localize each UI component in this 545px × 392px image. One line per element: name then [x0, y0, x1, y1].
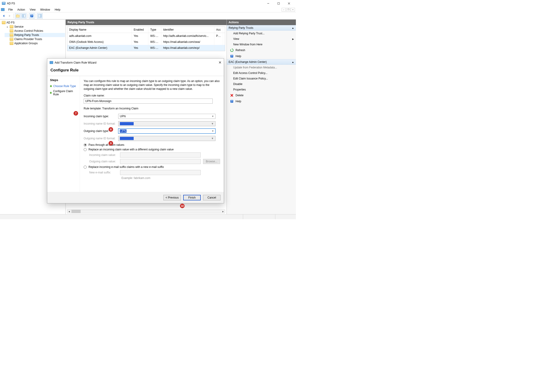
maximize-button[interactable]	[273, 0, 284, 7]
help-toolbar-button[interactable]: ?	[29, 13, 35, 19]
action-disable[interactable]: Disable	[227, 81, 296, 87]
label-new-suffix: New e-mail suffix:	[89, 171, 118, 174]
menu-view[interactable]: View	[27, 7, 38, 12]
scroll-left-arrow[interactable]: ◂	[67, 210, 71, 213]
menu-window[interactable]: Window	[38, 7, 53, 12]
expand-caret-icon[interactable]: ▸	[6, 25, 9, 28]
action-delete[interactable]: Delete	[227, 92, 296, 98]
col-enabled[interactable]: Enabled	[132, 27, 149, 33]
wizard-intro-text: You can configure this rule to map an in…	[84, 79, 220, 91]
radio-icon	[84, 165, 87, 169]
menu-action[interactable]: Action	[15, 7, 27, 12]
incoming-claim-value-input	[120, 153, 201, 158]
wizard-close-button[interactable]: ✕	[218, 60, 222, 65]
wizard-form: You can configure this rule to map an in…	[80, 76, 224, 192]
action-view[interactable]: View▶	[227, 36, 296, 42]
actions-section-eac[interactable]: EAC (Exchange Admin Center) ▲	[227, 59, 296, 65]
radio-replace-suffix[interactable]: Replace incoming e-mail suffix claims wi…	[84, 165, 220, 169]
browse-button: Browse...	[203, 159, 220, 164]
outgoing-claim-value-input	[120, 159, 201, 164]
cancel-button[interactable]: Cancel	[203, 195, 221, 200]
finish-button[interactable]: Finish	[183, 195, 201, 200]
wizard-titlebar[interactable]: Add Transform Claim Rule Wizard ✕	[47, 59, 224, 67]
tree-label: Claims Provider Trusts	[14, 37, 42, 41]
step-choose-rule-type[interactable]: Choose Rule Type	[50, 84, 77, 89]
outgoing-claim-type-dropdown[interactable]: UPN ▼	[118, 129, 216, 134]
tree-acp[interactable]: Access Control Policies	[5, 29, 65, 33]
action-edit-cip[interactable]: Edit Claim Issuance Policy...	[227, 76, 296, 81]
svg-rect-8	[16, 15, 19, 17]
tree-rpt[interactable]: Relying Party Trusts	[5, 33, 65, 37]
col-type[interactable]: Type	[149, 27, 161, 33]
annotation-badge-7: 7	[74, 111, 78, 116]
help-icon: ?	[230, 99, 234, 103]
action-help[interactable]: ? Help	[227, 53, 296, 59]
radio-icon	[84, 148, 87, 151]
col-display-name[interactable]: Display Name	[67, 27, 132, 33]
rule-template-text: Rule template: Transform an Incoming Cla…	[84, 107, 220, 110]
horizontal-scrollbar[interactable]: ◂ ▸	[67, 210, 225, 213]
wizard-header: Configure Rule	[47, 67, 224, 76]
tree-service[interactable]: ▸ Service	[5, 25, 65, 29]
window-title: AD FS	[7, 2, 15, 5]
chevron-down-icon: ▼	[211, 137, 214, 140]
step-configure-claim-rule[interactable]: Configure Claim Rule	[50, 89, 77, 97]
action-new-window[interactable]: New Window from Here	[227, 42, 296, 47]
claim-rule-wizard: Add Transform Claim Rule Wizard ✕ Config…	[47, 58, 224, 203]
svg-rect-4	[278, 3, 279, 4]
tree-cpt[interactable]: Claims Provider Trusts	[5, 37, 65, 41]
actions-section-rpt[interactable]: Relying Party Trusts ▲	[227, 25, 296, 31]
menu-help[interactable]: Help	[52, 7, 63, 12]
tree-root[interactable]: AD FS	[0, 20, 65, 25]
actions-title: Actions	[227, 20, 296, 25]
svg-text:?: ?	[231, 55, 233, 58]
folder-icon	[10, 37, 13, 41]
mdi-close[interactable]: ×	[291, 8, 295, 12]
claim-rule-name-input[interactable]	[84, 98, 213, 104]
back-button[interactable]	[1, 13, 6, 19]
mdi-minimize[interactable]: –	[282, 8, 286, 12]
label-incoming-value: Incoming claim value:	[89, 153, 118, 157]
close-button[interactable]	[284, 0, 294, 7]
relying-party-grid[interactable]: Display Name Enabled Type Identifier Acc…	[67, 26, 225, 51]
new-suffix-input	[120, 170, 201, 175]
up-folder-button[interactable]	[15, 13, 20, 19]
col-access[interactable]: Acc	[214, 27, 223, 33]
scroll-thumb[interactable]	[71, 210, 81, 213]
col-identifier[interactable]: Identifier	[161, 27, 214, 33]
svg-rect-21	[50, 61, 53, 64]
radio-replace-value[interactable]: Replace an incoming claim value with a d…	[84, 148, 220, 151]
forward-button[interactable]	[7, 13, 12, 19]
tree-toggle-button[interactable]	[21, 13, 26, 19]
svg-rect-10	[24, 14, 25, 17]
mdi-restore[interactable]: ❐	[286, 8, 290, 12]
grid-row[interactable]: OWA (Outlook Web Access) Yes WS-T... htt…	[67, 39, 225, 45]
help-icon: ?	[230, 54, 234, 58]
svg-rect-2	[4, 3, 5, 3]
wizard-footer: < Previous Finish Cancel	[47, 192, 224, 203]
menu-file[interactable]: File	[6, 7, 15, 12]
steps-heading: Steps	[50, 78, 77, 82]
action-help-2[interactable]: ? Help	[227, 98, 296, 104]
tree-label: Access Control Policies	[14, 29, 43, 32]
tree-ag[interactable]: Application Groups	[5, 41, 65, 45]
label-outgoing-value: Outgoing claim value:	[89, 160, 118, 163]
chevron-down-icon: ▼	[212, 115, 214, 117]
tree-label: Service	[14, 25, 24, 28]
action-edit-acp[interactable]: Edit Access Control Policy...	[227, 70, 296, 76]
action-properties[interactable]: Properties	[227, 87, 296, 92]
adfs-app-icon-small	[1, 8, 5, 12]
action-refresh[interactable]: Refresh	[227, 47, 296, 53]
grid-row-selected[interactable]: EAC (Exchange Admin Center) Yes WS-T... …	[67, 45, 225, 51]
action-add-rpt[interactable]: Add Relying Party Trust...	[227, 31, 296, 36]
minimize-button[interactable]	[263, 0, 273, 7]
chevron-right-icon: ▶	[292, 38, 294, 40]
grid-row[interactable]: adfs.alkanlab.com Yes WS-T... http://adf…	[67, 33, 225, 39]
incoming-claim-type-dropdown[interactable]: UPN ▼	[118, 114, 216, 119]
scroll-right-arrow[interactable]: ▸	[221, 210, 225, 213]
previous-button[interactable]: < Previous	[163, 195, 181, 200]
wizard-title-text: Add Transform Claim Rule Wizard	[55, 61, 96, 64]
radio-pass-through[interactable]: Pass through all claim values	[84, 143, 220, 147]
label-outgoing-format: Outgoing name ID format:	[84, 137, 116, 140]
details-pane-toggle[interactable]	[37, 13, 43, 19]
